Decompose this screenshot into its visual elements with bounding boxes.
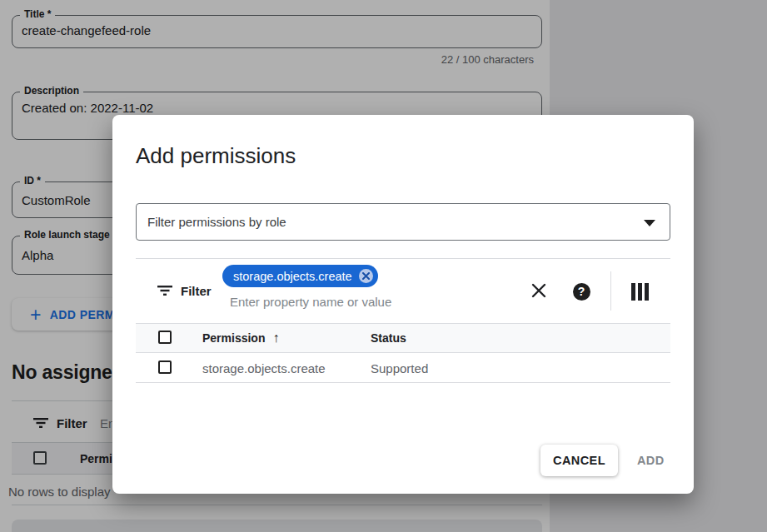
row-permission-cell: storage.objects.create xyxy=(202,361,326,375)
dialog-column-status[interactable]: Status xyxy=(371,331,406,345)
filter-icon xyxy=(157,286,172,296)
chevron-down-icon xyxy=(644,220,655,226)
row-status-cell: Supported xyxy=(371,361,428,375)
dialog-filter-input[interactable] xyxy=(228,291,506,311)
filter-chip[interactable]: storage.objects.create xyxy=(222,265,378,287)
filter-chip-label: storage.objects.create xyxy=(233,270,352,283)
sort-ascending-icon: ↑ xyxy=(272,332,279,344)
add-permissions-dialog: Add permissions Filter permissions by ro… xyxy=(112,115,694,494)
column-display-icon[interactable] xyxy=(630,281,650,301)
toolbar-divider xyxy=(610,271,611,311)
clear-filter-icon[interactable] xyxy=(529,281,549,301)
dialog-filter-bar: Filter xyxy=(157,279,212,302)
screen: Title * create-changefeed-role 22 / 100 … xyxy=(0,0,767,532)
dialog-column-permission[interactable]: Permission ↑ xyxy=(202,331,279,345)
add-button[interactable]: ADD xyxy=(637,445,665,476)
divider xyxy=(136,258,670,259)
cancel-button[interactable]: CANCEL xyxy=(540,445,618,476)
filter-permissions-by-role-select[interactable]: Filter permissions by role xyxy=(136,203,670,241)
dialog-filter-label: Filter xyxy=(181,284,212,298)
help-icon[interactable]: ? xyxy=(571,281,591,301)
dialog-table-header: Permission ↑ Status xyxy=(136,323,670,353)
table-row[interactable]: storage.objects.create Supported xyxy=(136,353,670,383)
role-select-placeholder: Filter permissions by role xyxy=(137,215,286,229)
chip-remove-icon[interactable] xyxy=(359,269,373,283)
dialog-select-all-checkbox[interactable] xyxy=(158,331,172,344)
dialog-title: Add permissions xyxy=(136,143,296,169)
row-checkbox[interactable] xyxy=(158,360,172,374)
